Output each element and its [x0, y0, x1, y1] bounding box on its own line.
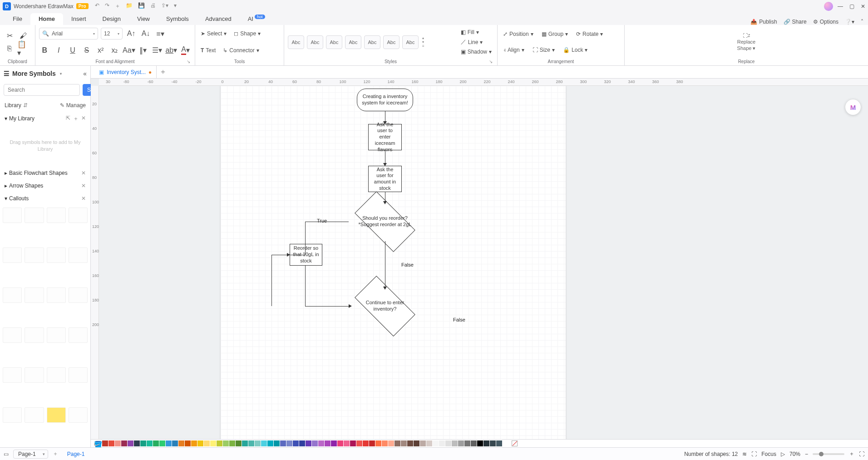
- color-swatch[interactable]: [344, 440, 350, 446]
- color-swatch[interactable]: [210, 440, 216, 446]
- copy-icon[interactable]: ⎘: [4, 43, 15, 54]
- color-swatch[interactable]: [242, 440, 248, 446]
- italic-icon[interactable]: I: [53, 45, 64, 56]
- fullscreen-icon[interactable]: ⛶: [859, 451, 864, 457]
- style-preset-6[interactable]: Abc: [383, 35, 399, 49]
- collapse-panel-icon[interactable]: «: [83, 70, 87, 77]
- open-icon[interactable]: 📁: [126, 2, 133, 10]
- color-swatch[interactable]: [496, 440, 502, 446]
- menu-view[interactable]: View: [129, 13, 158, 25]
- options-button[interactable]: ⚙ Options: [813, 19, 838, 25]
- publish-button[interactable]: 📤 Publish: [750, 19, 777, 25]
- color-swatch[interactable]: [452, 440, 458, 446]
- color-swatch[interactable]: [414, 440, 419, 446]
- menu-file[interactable]: File: [5, 13, 30, 25]
- color-swatch[interactable]: [147, 440, 153, 446]
- callout-shape[interactable]: [3, 327, 22, 343]
- mylib-close-icon[interactable]: ✕: [81, 115, 86, 123]
- color-swatch[interactable]: [375, 440, 381, 446]
- color-swatch[interactable]: [261, 440, 267, 446]
- callout-shape[interactable]: [47, 247, 66, 263]
- color-swatch[interactable]: [337, 440, 343, 446]
- menu-ai[interactable]: AIhot: [240, 13, 273, 25]
- callout-shape[interactable]: [3, 407, 22, 423]
- callout-shape[interactable]: [25, 208, 44, 223]
- bold-icon[interactable]: B: [39, 45, 50, 56]
- line-spacing-icon[interactable]: ‖▾: [138, 45, 149, 56]
- color-swatch[interactable]: [102, 440, 108, 446]
- arrow-close-icon[interactable]: ✕: [81, 183, 86, 189]
- presentation-icon[interactable]: ▷: [781, 451, 785, 457]
- callout-shape[interactable]: [47, 327, 66, 343]
- color-swatch[interactable]: [382, 440, 388, 446]
- qat-more-icon[interactable]: ▾: [174, 2, 177, 10]
- zoom-level[interactable]: 70%: [789, 451, 800, 457]
- callout-shape[interactable]: [25, 407, 44, 423]
- decrease-font-icon[interactable]: A↓: [140, 28, 152, 40]
- color-swatch[interactable]: [121, 440, 127, 446]
- style-preset-4[interactable]: Abc: [345, 35, 361, 49]
- current-page-name[interactable]: Page-1: [67, 451, 85, 457]
- symbol-search-input[interactable]: [4, 84, 80, 96]
- section-arrow-shapes[interactable]: ▸Arrow Shapes✕: [0, 179, 90, 192]
- line-button[interactable]: ／ Line ▾: [459, 37, 493, 47]
- styles-launcher-icon[interactable]: ↘: [489, 59, 493, 64]
- font-color-icon[interactable]: A▾: [180, 45, 191, 56]
- color-swatch[interactable]: [395, 440, 400, 446]
- callout-shape[interactable]: [47, 287, 66, 303]
- callout-shape[interactable]: [47, 407, 66, 423]
- focus-button[interactable]: Focus: [761, 451, 776, 457]
- fill-button[interactable]: ◧ Fill ▾: [459, 28, 493, 36]
- color-swatch[interactable]: [286, 440, 292, 446]
- style-preset-5[interactable]: Abc: [364, 35, 380, 49]
- color-swatch[interactable]: [229, 440, 235, 446]
- collapse-ribbon-icon[interactable]: ˄: [861, 19, 863, 25]
- color-swatch[interactable]: [274, 440, 280, 446]
- size-button[interactable]: ⛶ Size▾: [531, 46, 557, 54]
- menu-insert[interactable]: Insert: [63, 13, 94, 25]
- color-swatch[interactable]: [439, 440, 445, 446]
- maximize-icon[interactable]: ▢: [849, 3, 854, 10]
- color-swatch[interactable]: [325, 440, 330, 446]
- callout-shape[interactable]: [69, 327, 88, 343]
- callout-shape[interactable]: [3, 247, 22, 263]
- color-swatch[interactable]: [318, 440, 324, 446]
- color-swatch[interactable]: [159, 440, 165, 446]
- color-swatch[interactable]: [293, 440, 299, 446]
- rotate-button[interactable]: ⟳ Rotate▾: [574, 30, 605, 38]
- color-swatch[interactable]: [356, 440, 362, 446]
- section-my-library[interactable]: ▾My Library ⇱ ＋ ✕: [0, 112, 90, 125]
- callout-shape[interactable]: [3, 208, 22, 223]
- text-tool[interactable]: T Text: [199, 46, 217, 54]
- group-button[interactable]: ▦ Group▾: [540, 30, 570, 38]
- color-swatch[interactable]: [458, 440, 464, 446]
- increase-font-icon[interactable]: A↑: [125, 28, 137, 40]
- shadow-button[interactable]: ▣ Shadow ▾: [459, 48, 493, 56]
- color-swatch[interactable]: [134, 440, 140, 446]
- color-swatch[interactable]: [140, 440, 146, 446]
- node-decision-reorder[interactable]: Should you reorder? *Suggest reorder at …: [346, 200, 424, 243]
- callout-shape[interactable]: [69, 247, 88, 263]
- minimize-icon[interactable]: —: [838, 3, 843, 10]
- share-button[interactable]: 🔗 Share: [784, 19, 807, 25]
- color-swatch[interactable]: [331, 440, 337, 446]
- node-terminator-start[interactable]: Creating a inventory system for icecream…: [357, 89, 413, 111]
- style-preset-1[interactable]: Abc: [288, 35, 304, 49]
- mylib-drop-zone[interactable]: Drag symbols here to add to My Library: [5, 128, 86, 164]
- callout-shape[interactable]: [69, 367, 88, 383]
- print-icon[interactable]: 🖨: [150, 2, 156, 10]
- color-swatch[interactable]: [128, 440, 133, 446]
- strikethrough-icon[interactable]: S: [81, 45, 92, 56]
- lock-button[interactable]: 🔒 Lock▾: [561, 46, 589, 54]
- color-swatch[interactable]: [191, 440, 197, 446]
- paste-icon[interactable]: 📋▾: [17, 43, 29, 54]
- help-icon[interactable]: ❔▾: [845, 19, 854, 25]
- node-process-flavors[interactable]: Ask the user to enter icecream flavors: [368, 124, 402, 150]
- color-swatch[interactable]: [248, 440, 254, 446]
- align-menu-icon[interactable]: ≡▾: [154, 28, 166, 40]
- page-layout-icon[interactable]: ▭: [4, 451, 9, 457]
- color-swatch[interactable]: [490, 440, 496, 446]
- superscript-icon[interactable]: x²: [95, 45, 106, 56]
- color-swatch[interactable]: [471, 440, 477, 446]
- color-swatch[interactable]: [407, 440, 413, 446]
